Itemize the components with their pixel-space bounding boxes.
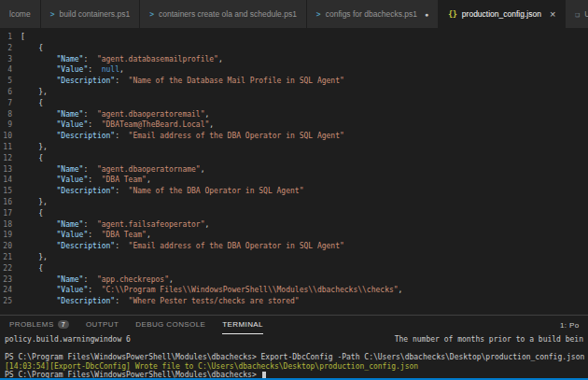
tab-label: containers create ola and schedule.ps1 [159, 9, 297, 19]
powershell-file-icon: > [50, 10, 55, 19]
code-line[interactable]: 17 { [0, 208, 588, 219]
line-number: 20 [0, 241, 21, 252]
code-text: { [21, 153, 43, 164]
code-text: "Description": "Email address of the DBA… [21, 131, 344, 142]
code-line[interactable]: 21 }, [0, 252, 588, 263]
code-line[interactable]: 2 { [0, 43, 588, 54]
panel-tab-problems[interactable]: PROBLEMS7 [9, 316, 69, 334]
panel-tab-terminal[interactable]: TERMINAL [222, 316, 263, 334]
code-text: "Value": "DBATeam@TheBeard.Local", [21, 120, 214, 131]
line-number: 2 [0, 43, 21, 54]
code-text: "Value": "DBA Team", [21, 230, 151, 241]
code-text: "Description": "Name of the Database Mai… [21, 76, 344, 87]
code-text: "Name": "agent.dbaoperatoremail", [21, 109, 209, 120]
tab-containers-create-ola-and-schedule-ps1[interactable]: >containers create ola and schedule.ps1 [140, 0, 307, 28]
code-text: }, [21, 197, 48, 208]
panel-tab-debug-console[interactable]: DEBUG CONSOLE [135, 316, 205, 334]
code-line[interactable]: 5 "Description": "Name of the Database M… [0, 76, 588, 87]
line-number: 5 [0, 76, 21, 87]
code-line[interactable]: 20 "Description": "Email address of the … [0, 241, 588, 252]
code-text: "Value": null, [21, 64, 124, 76]
panel-tab-label: TERMINAL [222, 320, 263, 329]
code-line[interactable]: 4 "Value": null, [0, 64, 588, 76]
code-line[interactable]: 19 "Value": "DBA Team", [0, 230, 588, 241]
code-line[interactable]: 18 "Name": "agent.failsafeoperator", [0, 219, 588, 231]
terminal-output[interactable]: policy.build.warningwindow 6The number o… [0, 334, 588, 378]
code-text: }, [21, 252, 48, 263]
line-number: 21 [0, 252, 21, 263]
code-line[interactable]: 12 { [0, 153, 588, 164]
line-number: 19 [0, 230, 21, 241]
editor[interactable]: 1[2 {3 "Name": "agent.databasemailprofil… [0, 28, 588, 315]
code-line[interactable]: 10 "Description": "Email address of the … [0, 131, 588, 142]
code-line[interactable]: 25 "Description": "Where Pester tests/ch… [0, 296, 588, 307]
code-line[interactable]: 23 "Name": "app.checkrepos", [0, 274, 588, 286]
code-text: }, [21, 87, 48, 98]
code-text: { [21, 43, 43, 54]
close-icon[interactable]: × [550, 9, 555, 20]
code-text: { [21, 263, 43, 274]
panel-tab-label: OUTPUT [86, 320, 119, 329]
panel-tab-output[interactable]: OUTPUT [86, 316, 119, 334]
code-line[interactable]: 14 "Value": "DBA Team", [0, 175, 588, 186]
terminal-line: PS C:\Program Files\WindowsPowerShell\Mo… [5, 353, 583, 362]
code-text: { [21, 98, 43, 109]
tab-production-config-json[interactable]: {}production_config.json× [439, 0, 566, 28]
tab-configs-for-dbachecks-ps1[interactable]: >configs for dbachecks.ps1● [307, 0, 439, 28]
powershell-file-icon: > [316, 10, 321, 19]
panel-tab-label: PROBLEMS [9, 320, 54, 329]
line-number: 13 [0, 164, 21, 176]
terminal-text [5, 345, 9, 354]
code-line[interactable]: 6 }, [0, 87, 588, 98]
terminal-text-right: The number of months prior to a build be… [395, 335, 583, 345]
code-line[interactable]: 9 "Value": "DBATeam@TheBeard.Local", [0, 120, 588, 131]
line-number: 6 [0, 87, 21, 98]
terminal-text: [14:03:54][Export-DbcConfig] Wrote file … [5, 362, 418, 372]
panel-tab-bar: PROBLEMS7OUTPUTDEBUG CONSOLETERMINAL1: P… [0, 316, 588, 334]
code-line[interactable]: 16 }, [0, 197, 588, 208]
code-text: "Value": "C:\\Program Files\\WindowsPowe… [21, 285, 402, 296]
problems-count-badge: 7 [58, 320, 69, 329]
code-line[interactable]: 1[ [0, 32, 588, 43]
terminal-text: PS C:\Program Files\WindowsPowerShell\Mo… [5, 371, 261, 378]
terminal-line: PS C:\Program Files\WindowsPowerShell\Mo… [5, 371, 583, 378]
code-text: "Name": "agent.dbaoperatorname", [21, 164, 205, 176]
terminal-text: policy.build.warningwindow 6 [5, 335, 131, 345]
tab-bar: lcome>build containers.ps1>containers cr… [0, 0, 588, 28]
code-text: "Value": "DBA Team", [21, 175, 151, 186]
tab-lcome[interactable]: lcome [0, 0, 41, 28]
tab-label: build containers.ps1 [60, 9, 131, 19]
code-line[interactable]: 8 "Name": "agent.dbaoperatoremail", [0, 109, 588, 120]
json-file-icon: {} [448, 10, 457, 19]
tab-build-containers-ps1[interactable]: >build containers.ps1 [41, 0, 140, 28]
code-line[interactable]: 15 "Description": "Name of the DBA Opera… [0, 186, 588, 197]
tab-untitled-4[interactable]: ❏Untitled-4 [566, 0, 588, 28]
code-line[interactable]: 13 "Name": "agent.dbaoperatorname", [0, 164, 588, 176]
line-number: 16 [0, 197, 21, 208]
code-text: "Name": "agent.failsafeoperator", [21, 219, 209, 231]
tab-label: configs for dbachecks.ps1 [326, 9, 417, 19]
line-number: 4 [0, 64, 21, 76]
terminal-line: [14:03:54][Export-DbcConfig] Wrote file … [5, 362, 583, 372]
terminal-selector-dropdown[interactable]: 1: Po [560, 316, 588, 334]
line-number: 22 [0, 263, 21, 274]
terminal-line: policy.build.warningwindow 6The number o… [5, 335, 583, 345]
line-number: 10 [0, 131, 21, 142]
code-text: "Name": "agent.databasemailprofile", [21, 54, 223, 65]
tab-label: production_config.json [462, 9, 541, 19]
line-number: 11 [0, 142, 21, 153]
code-text: [ [21, 32, 25, 43]
line-number: 12 [0, 153, 21, 164]
code-line[interactable]: 3 "Name": "agent.databasemailprofile", [0, 54, 588, 65]
line-number: 17 [0, 208, 21, 219]
code-line[interactable]: 11 }, [0, 142, 588, 153]
bottom-panel: PROBLEMS7OUTPUTDEBUG CONSOLETERMINAL1: P… [0, 315, 588, 378]
line-number: 9 [0, 120, 21, 131]
modified-dot-icon: ● [425, 11, 428, 18]
line-number: 18 [0, 219, 21, 231]
code-line[interactable]: 7 { [0, 98, 588, 109]
code-line[interactable]: 22 { [0, 263, 588, 274]
code-line[interactable]: 24 "Value": "C:\\Program Files\\WindowsP… [0, 285, 588, 296]
line-number: 15 [0, 186, 21, 197]
code-text: "Description": "Name of the DBA Operator… [21, 186, 303, 197]
